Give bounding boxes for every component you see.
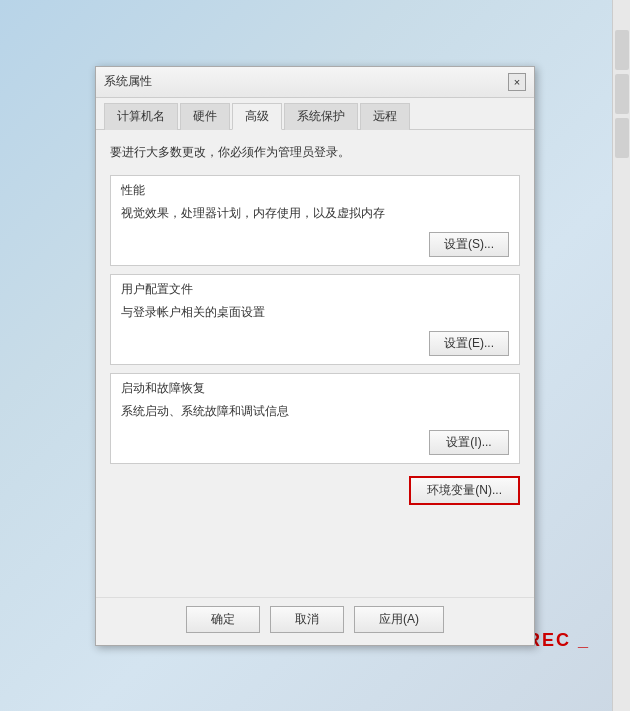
tabs-bar: 计算机名 硬件 高级 系统保护 远程 [96,98,534,130]
performance-section: 性能 视觉效果，处理器计划，内存使用，以及虚拟内存 设置(S)... [110,175,520,266]
side-item [615,74,629,114]
taskbar-side [612,0,630,711]
dialog-title: 系统属性 [104,73,152,90]
rec-label: REC _ [527,630,590,651]
close-button[interactable]: × [508,73,526,91]
tab-hardware[interactable]: 硬件 [180,103,230,130]
ok-button[interactable]: 确定 [186,606,260,633]
cancel-button[interactable]: 取消 [270,606,344,633]
title-bar: 系统属性 × [96,67,534,98]
user-profiles-section: 用户配置文件 与登录帐户相关的桌面设置 设置(E)... [110,274,520,365]
environment-variables-button[interactable]: 环境变量(N)... [409,476,520,505]
dialog-content: 要进行大多数更改，你必须作为管理员登录。 性能 视觉效果，处理器计划，内存使用，… [96,130,534,597]
system-properties-dialog: 系统属性 × 计算机名 硬件 高级 系统保护 远程 要进行大多数更改，你必须作为… [95,66,535,646]
apply-button[interactable]: 应用(A) [354,606,444,633]
performance-btn-row: 设置(S)... [111,226,519,265]
startup-section: 启动和故障恢复 系统启动、系统故障和调试信息 设置(I)... [110,373,520,464]
performance-label: 性能 [111,176,519,203]
startup-btn-row: 设置(I)... [111,424,519,463]
user-profiles-desc: 与登录帐户相关的桌面设置 [111,302,519,325]
tab-computer-name[interactable]: 计算机名 [104,103,178,130]
startup-desc: 系统启动、系统故障和调试信息 [111,401,519,424]
tab-advanced[interactable]: 高级 [232,103,282,130]
startup-settings-button[interactable]: 设置(I)... [429,430,509,455]
tab-system-protection[interactable]: 系统保护 [284,103,358,130]
side-item [615,30,629,70]
bottom-buttons: 确定 取消 应用(A) [96,597,534,645]
env-btn-row: 环境变量(N)... [110,472,520,513]
user-profiles-settings-button[interactable]: 设置(E)... [429,331,509,356]
side-item [615,118,629,158]
user-profiles-label: 用户配置文件 [111,275,519,302]
tab-remote[interactable]: 远程 [360,103,410,130]
performance-desc: 视觉效果，处理器计划，内存使用，以及虚拟内存 [111,203,519,226]
performance-settings-button[interactable]: 设置(S)... [429,232,509,257]
notice-text: 要进行大多数更改，你必须作为管理员登录。 [110,140,520,167]
user-profiles-btn-row: 设置(E)... [111,325,519,364]
startup-label: 启动和故障恢复 [111,374,519,401]
